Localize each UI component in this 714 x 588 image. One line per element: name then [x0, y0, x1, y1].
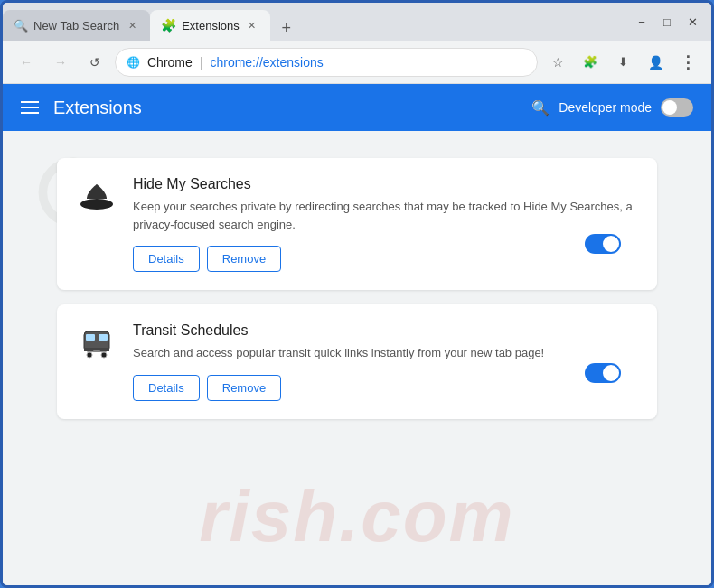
- browser-window: 🔍 New Tab Search ✕ 🧩 Extensions ✕ + − □ …: [0, 0, 714, 588]
- transit-schedules-desc: Search and access popular transit quick …: [133, 344, 639, 362]
- watermark-text: rish.com: [199, 475, 514, 558]
- hide-my-searches-details-button[interactable]: Details: [133, 246, 200, 272]
- svg-rect-10: [93, 350, 100, 352]
- transit-schedules-remove-button[interactable]: Remove: [207, 375, 281, 401]
- forward-button[interactable]: →: [46, 48, 75, 77]
- svg-rect-6: [99, 334, 108, 341]
- tab-extensions[interactable]: 🧩 Extensions ✕: [150, 10, 270, 41]
- header-search-icon[interactable]: 🔍: [531, 99, 550, 117]
- tab-2-title: Extensions: [182, 19, 240, 33]
- svg-rect-5: [86, 334, 95, 341]
- header-right: 🔍 Developer mode: [531, 98, 693, 117]
- tab-new-tab-search[interactable]: 🔍 New Tab Search ✕: [3, 10, 150, 41]
- tab-search-icon: 🔍: [14, 19, 28, 33]
- svg-point-9: [101, 352, 107, 358]
- minimize-button[interactable]: −: [630, 10, 653, 33]
- extensions-content: Hide My Searches Keep your searches priv…: [3, 131, 711, 585]
- tab-1-close[interactable]: ✕: [125, 18, 139, 33]
- navigation-bar: ← → ↺ 🌐 Chrome | chrome://extensions ☆ 🧩…: [3, 41, 711, 84]
- site-name: Chrome: [147, 55, 193, 70]
- bus-icon: [80, 328, 113, 360]
- menu-button[interactable]: ⋮: [673, 48, 702, 77]
- window-controls: − □ ✕: [630, 10, 711, 41]
- address-url: chrome://extensions: [210, 55, 323, 70]
- developer-mode-toggle[interactable]: [661, 98, 693, 117]
- hamburger-line-1: [21, 101, 39, 103]
- download-button[interactable]: ⬇: [608, 48, 637, 77]
- extensions-title: Extensions: [53, 98, 142, 118]
- hide-my-searches-actions: Details Remove: [133, 246, 639, 272]
- hide-my-searches-toggle[interactable]: [585, 234, 621, 254]
- globe-icon: 🌐: [127, 56, 140, 69]
- svg-rect-3: [86, 202, 108, 207]
- hide-my-searches-name: Hide My Searches: [133, 176, 639, 192]
- address-divider: |: [200, 55, 203, 70]
- transit-schedules-body: Transit Schedules Search and access popu…: [133, 322, 639, 401]
- back-button[interactable]: ←: [12, 48, 41, 77]
- profile-button[interactable]: 👤: [641, 48, 670, 77]
- tab-2-close[interactable]: ✕: [245, 18, 259, 33]
- hat-icon: [78, 179, 116, 217]
- extension-card-hide-my-searches: Hide My Searches Keep your searches priv…: [57, 158, 657, 290]
- extensions-header: Extensions 🔍 Developer mode: [3, 84, 711, 131]
- toggle-knob-1: [603, 236, 619, 252]
- nav-actions: ☆ 🧩 ⬇ 👤 ⋮: [543, 48, 702, 77]
- hide-my-searches-remove-button[interactable]: Remove: [207, 246, 281, 272]
- reload-button[interactable]: ↺: [80, 48, 109, 77]
- transit-schedules-actions: Details Remove: [133, 375, 639, 401]
- developer-mode-label: Developer mode: [559, 100, 652, 115]
- new-tab-button[interactable]: +: [274, 15, 299, 41]
- tab-1-title: New Tab Search: [33, 19, 119, 33]
- bookmark-button[interactable]: ☆: [543, 48, 572, 77]
- hide-my-searches-body: Hide My Searches Keep your searches priv…: [133, 176, 639, 272]
- hide-my-searches-icon-wrap: [75, 176, 118, 219]
- hide-my-searches-desc: Keep your searches private by redirectin…: [133, 198, 639, 233]
- transit-schedules-details-button[interactable]: Details: [133, 375, 200, 401]
- hamburger-menu[interactable]: [21, 101, 39, 114]
- extension-card-transit-schedules: Transit Schedules Search and access popu…: [57, 304, 657, 419]
- toggle-knob: [662, 100, 677, 115]
- extension-button[interactable]: 🧩: [576, 48, 605, 77]
- transit-schedules-icon-wrap: [75, 322, 118, 366]
- close-button[interactable]: ✕: [681, 10, 704, 33]
- tab-bar: 🔍 New Tab Search ✕ 🧩 Extensions ✕ + − □ …: [3, 3, 711, 41]
- svg-point-8: [87, 352, 92, 358]
- hamburger-line-2: [21, 107, 39, 108]
- toggle-knob-2: [603, 365, 619, 381]
- address-bar[interactable]: 🌐 Chrome | chrome://extensions: [115, 48, 538, 77]
- maximize-button[interactable]: □: [655, 10, 679, 33]
- transit-schedules-name: Transit Schedules: [133, 322, 639, 339]
- hamburger-line-3: [21, 112, 39, 114]
- tab-puzzle-icon: 🧩: [161, 18, 176, 33]
- transit-schedules-toggle[interactable]: [585, 363, 621, 383]
